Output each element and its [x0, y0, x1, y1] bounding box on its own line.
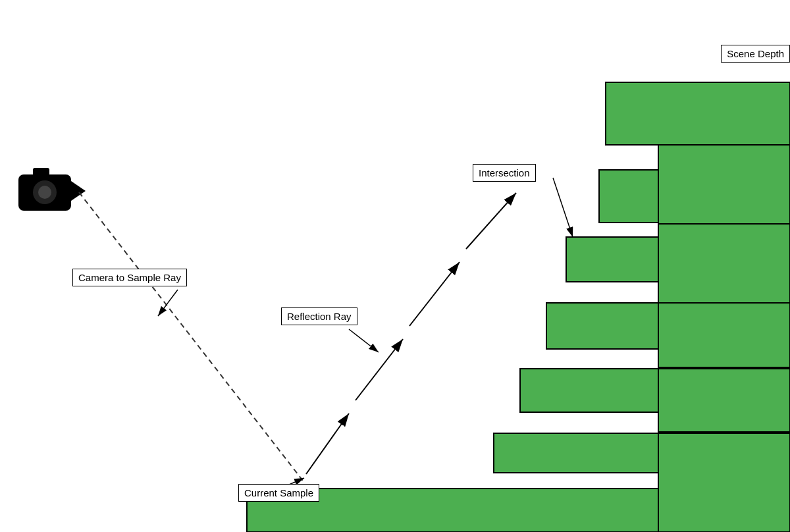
svg-rect-4	[520, 369, 658, 412]
svg-rect-6	[546, 303, 658, 349]
svg-marker-17	[71, 181, 86, 201]
svg-line-23	[553, 178, 573, 237]
main-svg	[0, 0, 790, 532]
svg-line-25	[349, 329, 379, 352]
svg-line-20	[356, 339, 403, 400]
scene-depth-label: Scene Depth	[721, 45, 790, 63]
svg-rect-5	[658, 369, 790, 432]
svg-rect-10	[599, 170, 658, 223]
svg-rect-7	[658, 303, 790, 367]
svg-line-21	[409, 262, 460, 326]
svg-line-18	[79, 192, 303, 481]
svg-rect-9	[658, 224, 790, 303]
camera-to-sample-ray-label: Camera to Sample Ray	[72, 269, 187, 286]
reflection-ray-label: Reflection Ray	[281, 307, 357, 325]
intersection-label: Intersection	[473, 164, 536, 182]
svg-line-22	[466, 193, 516, 249]
svg-point-15	[38, 186, 51, 199]
svg-rect-11	[658, 145, 790, 224]
current-sample-label: Current Sample	[238, 484, 319, 502]
svg-line-19	[306, 413, 349, 474]
svg-rect-2	[494, 433, 658, 473]
svg-rect-12	[606, 82, 790, 145]
svg-rect-8	[566, 237, 658, 282]
diagram-container: Scene Depth Intersection Reflection Ray …	[0, 0, 790, 532]
svg-rect-16	[33, 168, 49, 176]
svg-rect-3	[658, 433, 790, 532]
svg-line-24	[158, 290, 178, 316]
